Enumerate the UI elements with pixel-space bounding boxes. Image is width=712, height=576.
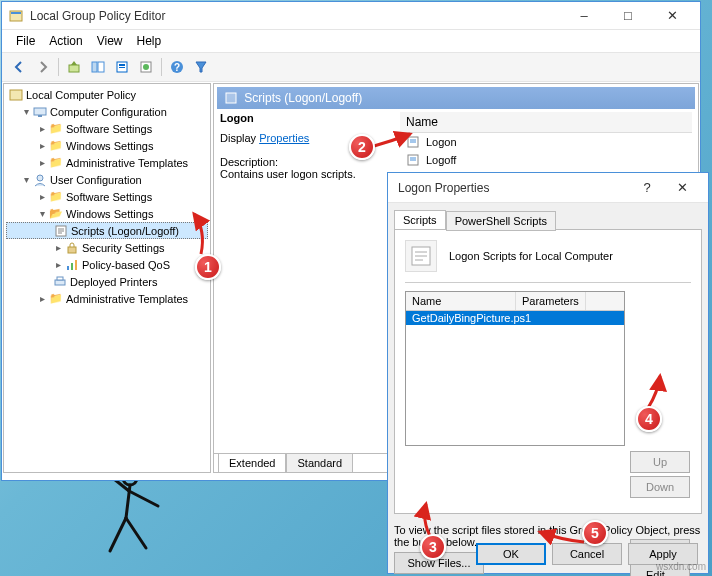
svg-rect-19 bbox=[67, 266, 69, 270]
svg-rect-23 bbox=[57, 277, 63, 280]
tree-uc-scripts[interactable]: Scripts (Logon/Logoff) bbox=[6, 222, 208, 239]
callout-3: 3 bbox=[420, 534, 446, 560]
folder-icon: 📁 bbox=[48, 139, 64, 152]
tab-powershell-scripts[interactable]: PowerShell Scripts bbox=[446, 211, 556, 231]
logon-properties-dialog: Logon Properties ? ✕ Scripts PowerShell … bbox=[387, 172, 709, 574]
forward-button[interactable] bbox=[32, 56, 54, 78]
policy-icon bbox=[8, 88, 24, 102]
tree-label: Software Settings bbox=[66, 123, 152, 135]
tree-label: User Configuration bbox=[50, 174, 142, 186]
script-header-text: Logon Scripts for Local Computer bbox=[449, 250, 613, 262]
tree-cc-software[interactable]: ▸ 📁 Software Settings bbox=[6, 120, 208, 137]
col-parameters[interactable]: Parameters bbox=[516, 292, 586, 310]
expand-icon[interactable]: ▸ bbox=[52, 242, 64, 253]
tree-pane[interactable]: Local Computer Policy ▾ Computer Configu… bbox=[3, 83, 211, 473]
svg-rect-5 bbox=[98, 62, 104, 72]
menu-file[interactable]: File bbox=[10, 32, 41, 50]
svg-rect-22 bbox=[55, 280, 65, 285]
tree-uc-adm[interactable]: ▸ 📁 Administrative Templates bbox=[6, 290, 208, 307]
tab-scripts[interactable]: Scripts bbox=[394, 210, 446, 230]
collapse-icon[interactable]: ▾ bbox=[20, 174, 32, 185]
tree-cc-adm[interactable]: ▸ 📁 Administrative Templates bbox=[6, 154, 208, 171]
toolbar: ? bbox=[2, 53, 700, 82]
script-icon bbox=[406, 135, 422, 149]
tree-uc-printers[interactable]: Deployed Printers bbox=[6, 273, 208, 290]
tree-label: Windows Settings bbox=[66, 140, 153, 152]
svg-rect-8 bbox=[119, 67, 125, 68]
tree-computer-config[interactable]: ▾ Computer Configuration bbox=[6, 103, 208, 120]
help-button[interactable]: ? bbox=[166, 56, 188, 78]
separator bbox=[58, 58, 59, 76]
maximize-button[interactable]: □ bbox=[606, 3, 650, 29]
collapse-icon[interactable]: ▾ bbox=[36, 208, 48, 219]
tree-label: Administrative Templates bbox=[66, 293, 188, 305]
detail-header: Scripts (Logon/Logoff) bbox=[217, 87, 695, 109]
show-hide-tree-button[interactable] bbox=[87, 56, 109, 78]
up-button[interactable] bbox=[63, 56, 85, 78]
callout-5: 5 bbox=[582, 520, 608, 546]
expand-icon[interactable]: ▸ bbox=[36, 191, 48, 202]
display-label: Display bbox=[220, 132, 256, 144]
tree-label: Computer Configuration bbox=[50, 106, 167, 118]
expand-icon[interactable]: ▸ bbox=[36, 140, 48, 151]
tree-uc-security[interactable]: ▸ Security Settings bbox=[6, 239, 208, 256]
svg-rect-7 bbox=[119, 64, 125, 66]
list-item-logoff[interactable]: Logoff bbox=[400, 151, 692, 169]
tree-uc-windows[interactable]: ▾ 📂 Windows Settings bbox=[6, 205, 208, 222]
script-desc: Logon Scripts for Local Computer bbox=[405, 240, 691, 272]
user-icon bbox=[32, 173, 48, 187]
export-button[interactable] bbox=[135, 56, 157, 78]
window-controls: – □ ✕ bbox=[562, 3, 694, 29]
tree-cc-windows[interactable]: ▸ 📁 Windows Settings bbox=[6, 137, 208, 154]
expand-icon[interactable]: ▸ bbox=[36, 157, 48, 168]
scripts-listbox[interactable]: Name Parameters GetDailyBingPicture.ps1 bbox=[405, 291, 625, 446]
down-button[interactable]: Down bbox=[630, 476, 690, 498]
expand-icon[interactable]: ▸ bbox=[36, 123, 48, 134]
menu-action[interactable]: Action bbox=[43, 32, 88, 50]
folder-icon: 📂 bbox=[48, 207, 64, 220]
folder-icon: 📁 bbox=[48, 156, 64, 169]
tree-root[interactable]: Local Computer Policy bbox=[6, 86, 208, 103]
printer-icon bbox=[52, 275, 68, 289]
list-item-label: Logon bbox=[426, 136, 457, 148]
close-button[interactable]: ✕ bbox=[662, 175, 702, 201]
svg-rect-3 bbox=[69, 65, 79, 72]
tree-label: Deployed Printers bbox=[70, 276, 157, 288]
tree-label: Administrative Templates bbox=[66, 157, 188, 169]
tab-extended[interactable]: Extended bbox=[218, 453, 286, 472]
menu-view[interactable]: View bbox=[91, 32, 129, 50]
close-button[interactable]: ✕ bbox=[650, 3, 694, 29]
listbox-row-selected[interactable]: GetDailyBingPicture.ps1 bbox=[406, 311, 624, 325]
filter-button[interactable] bbox=[190, 56, 212, 78]
list-item-logon[interactable]: Logon bbox=[400, 133, 692, 151]
back-button[interactable] bbox=[8, 56, 30, 78]
listbox-header: Name Parameters bbox=[406, 292, 624, 311]
ok-button[interactable]: OK bbox=[476, 543, 546, 565]
tree-label: Scripts (Logon/Logoff) bbox=[71, 225, 179, 237]
expand-icon[interactable]: ▸ bbox=[52, 259, 64, 270]
script-large-icon bbox=[405, 240, 437, 272]
tree-uc-software[interactable]: ▸ 📁 Software Settings bbox=[6, 188, 208, 205]
help-button[interactable]: ? bbox=[632, 175, 662, 201]
expand-icon[interactable]: ▸ bbox=[36, 293, 48, 304]
up-button[interactable]: Up bbox=[630, 451, 690, 473]
svg-text:?: ? bbox=[174, 62, 180, 73]
tab-standard[interactable]: Standard bbox=[286, 453, 353, 472]
policy-tree: Local Computer Policy ▾ Computer Configu… bbox=[6, 86, 208, 307]
col-name[interactable]: Name bbox=[406, 292, 516, 310]
tree-user-config[interactable]: ▾ User Configuration bbox=[6, 171, 208, 188]
col-name[interactable]: Name bbox=[400, 112, 444, 132]
properties-button[interactable] bbox=[111, 56, 133, 78]
script-name: GetDailyBingPicture.ps1 bbox=[412, 312, 531, 324]
properties-link[interactable]: Properties bbox=[259, 132, 309, 144]
svg-rect-2 bbox=[11, 12, 21, 14]
cancel-button[interactable]: Cancel bbox=[552, 543, 622, 565]
collapse-icon[interactable]: ▾ bbox=[20, 106, 32, 117]
callout-4: 4 bbox=[636, 406, 662, 432]
minimize-button[interactable]: – bbox=[562, 3, 606, 29]
tree-uc-qos[interactable]: ▸ Policy-based QoS bbox=[6, 256, 208, 273]
svg-rect-24 bbox=[226, 93, 236, 103]
menu-help[interactable]: Help bbox=[131, 32, 168, 50]
tree-label: Software Settings bbox=[66, 191, 152, 203]
qos-icon bbox=[64, 258, 80, 272]
